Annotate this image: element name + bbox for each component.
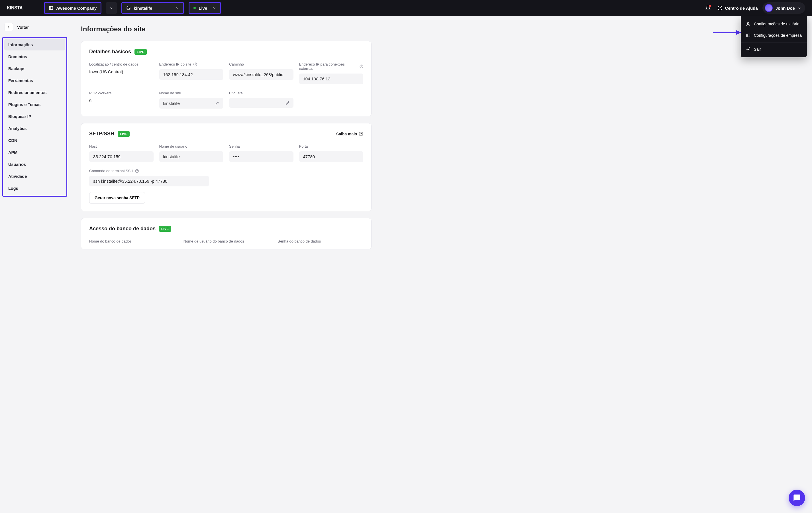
nav-informacoes[interactable]: Informações — [4, 39, 65, 51]
user-menu-button[interactable]: John Doe — [762, 2, 805, 14]
user-dropdown-menu: Configurações de usuário Configurações d… — [741, 16, 807, 57]
env-label: Live — [199, 6, 207, 10]
nav-logs[interactable]: Logs — [4, 183, 65, 194]
live-badge: LIVE — [159, 226, 171, 232]
notifications-button[interactable] — [703, 3, 713, 13]
database-card: Acesso do banco de dados LIVE Nome do ba… — [81, 218, 372, 249]
sitename-value[interactable]: kinstalife — [159, 98, 224, 109]
nav-dominios[interactable]: Domínios — [4, 51, 65, 62]
location-label: Localização / centro de dados — [89, 62, 153, 66]
sftp-pass-value[interactable]: •••• — [229, 151, 293, 162]
tag-value[interactable] — [229, 98, 293, 108]
nav-backups[interactable]: Backups — [4, 63, 65, 75]
svg-rect-1 — [49, 6, 53, 10]
svg-rect-5 — [747, 34, 750, 37]
workers-label: PHP Workers — [89, 91, 153, 95]
help-label: Centro de Ajuda — [725, 6, 758, 10]
arrow-annotation — [713, 30, 741, 35]
sidebar-highlight-box: Informações Domínios Backups Ferramentas… — [2, 37, 67, 197]
company-selector[interactable]: Awesome Company — [44, 2, 102, 14]
logout-icon — [746, 47, 750, 52]
company-chevron[interactable] — [106, 2, 117, 14]
sftp-user-label: Nome de usuário — [159, 144, 224, 148]
edit-icon[interactable] — [215, 102, 220, 106]
live-badge: LIVE — [118, 131, 129, 137]
site-selector[interactable]: kinstalife — [121, 2, 184, 14]
sftp-pass-label: Senha — [229, 144, 293, 148]
sftp-title: SFTP/SSH — [89, 131, 114, 137]
generate-sftp-password-button[interactable]: Gerar nova senha SFTP — [89, 192, 145, 203]
port-label: Porta — [299, 144, 364, 148]
site-ip-label: Endereço IP do site — [159, 62, 224, 66]
main-content: Informações do site Detalhes básicos LIV… — [69, 16, 383, 265]
live-badge: LIVE — [135, 49, 146, 55]
ssh-cmd-value[interactable]: ssh kinstalife@35.224.70.159 -p 47780 — [89, 176, 209, 187]
db-user-label: Nome de usuário do banco de dados — [183, 239, 269, 244]
help-icon[interactable] — [193, 62, 197, 66]
help-icon[interactable] — [135, 169, 139, 173]
help-icon — [359, 132, 363, 136]
learn-more-link[interactable]: Saiba mais — [336, 132, 363, 136]
db-title: Acesso do banco de dados — [89, 226, 155, 232]
nav-ferramentas[interactable]: Ferramentas — [4, 75, 65, 86]
env-status-dot — [194, 7, 196, 9]
sftp-user-value[interactable]: kinstalife — [159, 151, 224, 162]
edit-icon[interactable] — [286, 101, 289, 105]
company-settings-item[interactable]: Configurações de empresa — [741, 30, 807, 41]
nav-apm[interactable]: APM — [4, 147, 65, 158]
back-button[interactable] — [5, 23, 13, 31]
sftp-card: SFTP/SSH LIVE Saiba mais Host 35.224.70.… — [81, 123, 372, 211]
host-label: Host — [89, 144, 153, 148]
user-icon — [746, 22, 750, 26]
logout-item[interactable]: Sair — [741, 44, 807, 55]
user-settings-item[interactable]: Configurações de usuário — [741, 18, 807, 30]
nav-atividade[interactable]: Atividade — [4, 171, 65, 182]
host-value[interactable]: 35.224.70.159 — [89, 151, 153, 162]
nav-usuarios[interactable]: Usuários — [4, 159, 65, 170]
kinsta-logo[interactable]: KINSTA — [7, 5, 32, 11]
nav-bloquear-ip[interactable]: Bloquear IP — [4, 111, 65, 122]
workers-value: 6 — [89, 98, 153, 103]
svg-point-4 — [747, 23, 749, 24]
db-name-label: Nome do banco de dados — [89, 239, 175, 244]
company-name: Awesome Company — [56, 6, 96, 10]
nav-redirecionamentos[interactable]: Redirecionamentos — [4, 87, 65, 98]
ext-ip-label: Endereço IP para conexões externas — [299, 62, 364, 71]
svg-text:KINSTA: KINSTA — [7, 5, 23, 10]
tag-label: Etiqueta — [229, 91, 293, 95]
ext-ip-value[interactable]: 104.198.76.12 — [299, 74, 364, 84]
back-label: Voltar — [17, 25, 29, 30]
path-label: Caminho — [229, 62, 293, 66]
nav-cdn[interactable]: CDN — [4, 135, 65, 146]
sidebar: Voltar Informações Domínios Backups Ferr… — [0, 16, 69, 265]
help-icon[interactable] — [359, 64, 364, 68]
user-name: John Doe — [776, 6, 795, 10]
environment-selector[interactable]: Live — [188, 2, 221, 14]
basic-details-card: Detalhes básicos LIVE Localização / cent… — [81, 41, 372, 116]
help-center-link[interactable]: Centro de Ajuda — [717, 5, 758, 10]
ssh-cmd-label: Comando de terminal SSH — [89, 169, 363, 173]
nav-plugins-temas[interactable]: Plugins e Temas — [4, 99, 65, 110]
top-header: KINSTA Awesome Company kinstalife Live C… — [0, 0, 812, 16]
site-ip-value[interactable]: 162.159.134.42 — [159, 69, 224, 80]
location-value: Iowa (US Central) — [89, 69, 153, 74]
port-value[interactable]: 47780 — [299, 151, 364, 162]
db-pass-label: Senha do banco de dados — [278, 239, 363, 244]
avatar — [765, 4, 773, 12]
menu-separator — [741, 42, 807, 42]
path-value[interactable]: /www/kinstalife_268/public — [229, 69, 293, 80]
notification-dot-icon — [709, 5, 711, 7]
nav-analytics[interactable]: Analytics — [4, 123, 65, 134]
page-title: Informações do site — [81, 25, 372, 33]
site-name: kinstalife — [134, 6, 152, 10]
basic-title: Detalhes básicos — [89, 49, 131, 55]
sitename-label: Nome do site — [159, 91, 224, 95]
building-icon — [746, 33, 750, 38]
